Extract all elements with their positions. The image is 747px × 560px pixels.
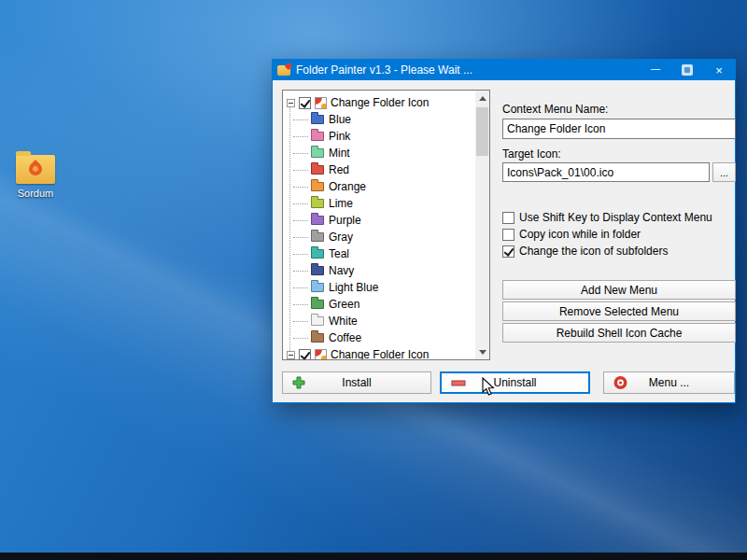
remove-selected-menu-button[interactable]: Remove Selected Menu [502, 301, 736, 321]
tree-item-label: Teal [329, 247, 349, 260]
tree-branch-line [293, 153, 308, 154]
tree-branch-line [293, 203, 308, 204]
checkbox-icon[interactable] [299, 97, 311, 109]
add-new-menu-button[interactable]: Add New Menu [502, 280, 736, 300]
minimize-button[interactable]: — [640, 60, 671, 80]
tree-branch-line [293, 338, 308, 339]
tree-branch-line [293, 287, 308, 288]
window-title: Folder Painter v1.3 - Please Wait ... [296, 63, 640, 77]
tree-item-gray[interactable]: Gray [285, 229, 475, 245]
tree-branch-line [293, 271, 308, 272]
tree-color-items: BluePinkMintRedOrangeLimePurpleGrayTealN… [285, 111, 475, 346]
folder-painter-window: Folder Painter v1.3 - Please Wait ... — … [272, 59, 736, 403]
tree-item-label: Mint [329, 147, 350, 160]
tree-branch-line [293, 220, 308, 221]
menu-tree: Change Folder Icon BluePinkMintRedOrange… [283, 91, 475, 359]
checkbox-icon[interactable] [502, 229, 514, 241]
minimize-icon: — [651, 63, 660, 74]
flame-logo-icon [26, 160, 45, 178]
tree-item-coffee[interactable]: Coffee [285, 329, 475, 346]
tree-item-label: Green [329, 298, 359, 311]
tree-item-green[interactable]: Green [285, 296, 475, 313]
tree-scrollbar[interactable] [475, 91, 489, 359]
scrollbar-thumb[interactable] [476, 107, 488, 156]
desktop-icon-sordum[interactable]: Sordum [6, 155, 65, 199]
option-change-the-icon-of-subfolders[interactable]: Change the icon of subfolders [502, 243, 712, 259]
tree-item-purple[interactable]: Purple [285, 212, 475, 229]
tree-item-white[interactable]: White [285, 313, 475, 329]
desktop-icon-label: Sordum [6, 188, 65, 199]
folder-icon [311, 316, 324, 326]
tree-root-item[interactable]: Change Folder Icon [285, 94, 475, 111]
titlebar[interactable]: Folder Painter v1.3 - Please Wait ... — … [273, 60, 735, 80]
paint-icon [315, 349, 327, 360]
tree-item-label: White [329, 315, 358, 328]
folder-icon [311, 249, 324, 259]
tree-item-lime[interactable]: Lime [285, 195, 475, 212]
close-button[interactable]: × [703, 60, 735, 80]
tree-item-pink[interactable]: Pink [285, 128, 475, 145]
tree-branch-line [293, 254, 308, 255]
folder-icon [311, 266, 324, 275]
tree-item-label: Purple [329, 214, 361, 227]
menu-button[interactable]: Menu ... [603, 371, 735, 394]
tree-root-label: Change Folder Icon [331, 348, 429, 359]
rebuild-shell-icon-cache-button[interactable]: Rebuild Shell Icon Cache [502, 323, 736, 343]
tree-root-label: Change Folder Icon [331, 96, 429, 109]
tree-item-blue[interactable]: Blue [285, 111, 475, 128]
tree-item-red[interactable]: Red [285, 161, 475, 178]
tree-branch-line [293, 170, 308, 171]
menu-tree-panel: Change Folder Icon BluePinkMintRedOrange… [282, 90, 490, 360]
target-icon-label: Target Icon: [502, 147, 561, 161]
tree-item-teal[interactable]: Teal [285, 245, 475, 262]
tree-item-label: Navy [329, 264, 354, 277]
option-copy-icon-while-in-folder[interactable]: Copy icon while in folder [502, 226, 712, 243]
uninstall-button-label: Uninstall [493, 376, 536, 389]
tree-branch-line [293, 187, 308, 188]
folder-icon [311, 216, 324, 225]
collapse-icon[interactable] [287, 99, 295, 107]
titlebar-extra-icon [682, 64, 693, 76]
install-button-label: Install [342, 376, 371, 389]
tree-item-label: Coffee [329, 331, 361, 344]
folder-icon [311, 182, 324, 191]
checkbox-icon[interactable] [502, 212, 514, 224]
tree-item-mint[interactable]: Mint [285, 145, 475, 161]
plus-icon [292, 376, 305, 389]
titlebar-extra-button[interactable] [671, 60, 703, 80]
scroll-down-button[interactable] [475, 344, 489, 359]
option-label: Change the icon of subfolders [519, 245, 668, 258]
folder-icon [311, 165, 324, 175]
checkbox-icon[interactable] [299, 349, 311, 360]
folder-icon [311, 132, 324, 141]
tree-item-label: Gray [329, 231, 353, 244]
tree-branch-line [293, 119, 308, 120]
tree-root-item[interactable]: Change Folder Icon [285, 346, 475, 359]
option-use-shift-key-to-display-context-menu[interactable]: Use Shift Key to Display Context Menu [502, 209, 712, 226]
tree-branch-line [293, 237, 308, 238]
folder-icon [311, 199, 324, 208]
tree-branch-line [293, 321, 308, 322]
tree-item-navy[interactable]: Navy [285, 262, 475, 279]
wallpaper-bottom-edge [0, 553, 747, 560]
tree-item-label: Pink [329, 130, 350, 143]
collapse-icon[interactable] [287, 351, 295, 359]
folder-icon [311, 148, 324, 158]
folder-icon [311, 115, 324, 124]
scroll-up-button[interactable] [475, 91, 489, 105]
paint-icon [315, 97, 327, 109]
folder-icon [311, 300, 324, 309]
tree-item-label: Orange [329, 180, 366, 193]
browse-button[interactable]: ... [712, 162, 736, 182]
folder-icon [311, 283, 324, 292]
tree-item-label: Red [329, 163, 349, 176]
tree-item-light-blue[interactable]: Light Blue [285, 279, 475, 296]
checkbox-icon[interactable] [502, 245, 514, 258]
install-button[interactable]: Install [282, 371, 431, 394]
target-icon-input[interactable] [502, 162, 710, 182]
uninstall-button[interactable]: Uninstall [440, 371, 590, 394]
menu-button-label: Menu ... [649, 376, 689, 389]
context-menu-name-label: Context Menu Name: [502, 103, 608, 116]
context-menu-name-input[interactable] [502, 119, 736, 139]
tree-item-orange[interactable]: Orange [285, 178, 475, 195]
